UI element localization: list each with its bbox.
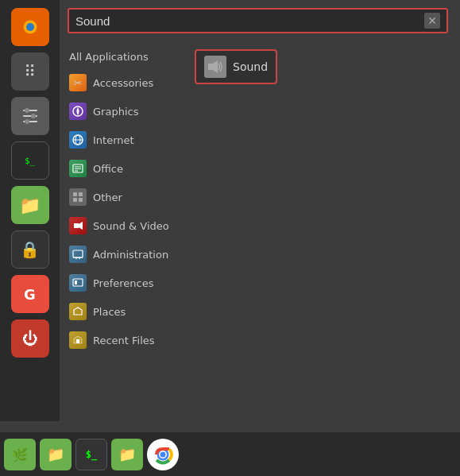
cat-preferences-label: Preferences (93, 277, 153, 289)
sound-app-icon (204, 56, 226, 78)
svg-point-2 (25, 23, 33, 31)
cat-administration[interactable]: Administration (60, 240, 187, 269)
sidebar-icon-firefox[interactable] (11, 8, 49, 46)
sidebar-icon-files[interactable]: 📁 (11, 186, 49, 224)
svg-point-36 (160, 451, 166, 457)
taskbar-files2-button[interactable]: 📁 (111, 439, 143, 470)
svg-rect-20 (79, 198, 83, 202)
svg-rect-27 (73, 279, 83, 286)
sidebar-icon-lock[interactable]: 🔒 (11, 230, 49, 269)
svg-rect-30 (208, 64, 213, 70)
sidebar-icon-apps[interactable]: ⠿ (11, 52, 49, 91)
taskbar-terminal-button[interactable]: $_ (75, 439, 107, 470)
taskbar-files-button[interactable]: 📁 (40, 439, 72, 470)
cat-graphics[interactable]: Graphics (60, 97, 187, 126)
cat-other[interactable]: Other (60, 183, 187, 211)
recent-files-icon (69, 331, 87, 349)
office-icon (69, 160, 87, 177)
administration-icon (69, 246, 87, 263)
cat-office-label: Office (93, 163, 123, 175)
bottom-taskbar: 🌿 📁 $_ 📁 (0, 432, 460, 476)
result-sound[interactable]: Sound (195, 49, 277, 84)
cat-recent-files-label: Recent Files (93, 335, 155, 346)
cat-sound-video[interactable]: Sound & Video (60, 211, 187, 240)
search-input[interactable]: Sound (75, 14, 424, 28)
places-icon (69, 303, 87, 320)
graphics-icon (69, 103, 87, 120)
cat-recent-files[interactable]: Recent Files (60, 326, 187, 354)
cat-all-applications[interactable]: All Applications (60, 45, 187, 68)
left-sidebar: ⠿ $_ 📁 🔒 G ⏻ (0, 0, 60, 421)
accessories-icon: ✂ (69, 74, 87, 91)
cat-graphics-label: Graphics (93, 106, 138, 118)
taskbar-mint-button[interactable]: 🌿 (4, 439, 36, 470)
svg-point-6 (25, 108, 29, 113)
svg-marker-21 (74, 223, 79, 228)
svg-rect-19 (73, 198, 77, 202)
svg-marker-22 (79, 222, 83, 230)
svg-point-8 (25, 119, 29, 124)
search-bar: Sound ✕ (68, 8, 448, 33)
svg-rect-18 (79, 192, 83, 196)
cat-preferences[interactable]: Preferences (60, 269, 187, 297)
cat-office[interactable]: Office (60, 154, 187, 183)
cat-places[interactable]: Places (60, 297, 187, 326)
svg-rect-23 (73, 250, 83, 257)
cat-places-label: Places (93, 306, 126, 318)
other-icon (69, 188, 87, 206)
search-clear-button[interactable]: ✕ (424, 13, 440, 29)
cat-internet[interactable]: Internet (60, 126, 187, 154)
svg-rect-28 (75, 281, 77, 284)
svg-text:🌿: 🌿 (12, 447, 28, 462)
app-results-area: Sound (187, 41, 460, 421)
svg-rect-17 (73, 192, 77, 196)
svg-rect-29 (76, 339, 79, 343)
sound-app-label: Sound (233, 60, 268, 73)
content-area: All Applications ✂ Accessories Graphics … (60, 41, 460, 421)
cat-other-label: Other (93, 192, 122, 203)
sidebar-icon-terminal[interactable]: $_ (11, 141, 49, 180)
sidebar-icon-settings[interactable] (11, 97, 49, 135)
sidebar-icon-shutdown[interactable]: ⏻ (11, 319, 49, 358)
sound-video-icon (69, 217, 87, 234)
cat-sound-video-label: Sound & Video (93, 220, 169, 232)
svg-point-7 (31, 114, 36, 118)
categories-list: All Applications ✂ Accessories Graphics … (60, 41, 187, 421)
cat-administration-label: Administration (93, 249, 168, 261)
cat-accessories[interactable]: ✂ Accessories (60, 68, 187, 97)
sidebar-icon-grub[interactable]: G (11, 275, 49, 313)
cat-accessories-label: Accessories (93, 77, 153, 89)
menu-panel: Sound ✕ All Applications ✂ Accessories G… (60, 0, 460, 421)
internet-icon (69, 131, 87, 149)
preferences-icon (69, 274, 87, 292)
taskbar-chrome-button[interactable] (147, 439, 179, 470)
cat-internet-label: Internet (93, 134, 134, 146)
